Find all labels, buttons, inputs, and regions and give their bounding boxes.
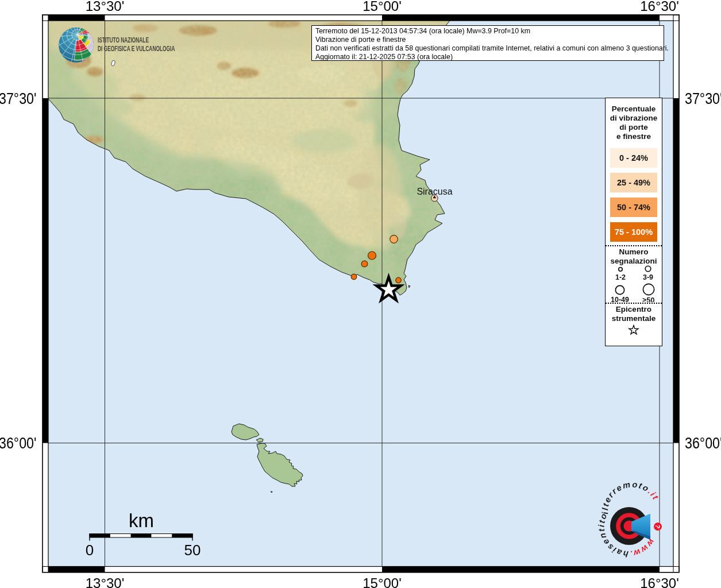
svg-text:13°30': 13°30' [86,0,125,14]
svg-text:3-9: 3-9 [643,273,653,281]
svg-text:ISTITUTO NAZIONALE: ISTITUTO NAZIONALE [98,36,149,44]
svg-text:15°00': 15°00' [363,0,402,14]
svg-text:16°30': 16°30' [640,0,679,14]
svg-text:37°30': 37°30' [0,90,37,107]
svg-text:13°30': 13°30' [86,575,125,588]
svg-text:0: 0 [86,541,94,559]
svg-text:km: km [129,510,154,531]
svg-text:DI GEOFISICA E VULCANOLOGIA: DI GEOFISICA E VULCANOLOGIA [98,44,175,52]
svg-text:36°00': 36°00' [685,435,721,452]
svg-text:15°00': 15°00' [363,575,402,588]
svg-text:36°00': 36°00' [0,435,37,452]
svg-text:≥50: ≥50 [643,296,655,302]
svg-text:16°30': 16°30' [640,575,679,588]
svg-text:10-49: 10-49 [611,296,629,302]
svg-text:50: 50 [184,541,201,559]
svg-text:1-2: 1-2 [615,273,626,281]
svg-text:37°30': 37°30' [685,90,721,107]
